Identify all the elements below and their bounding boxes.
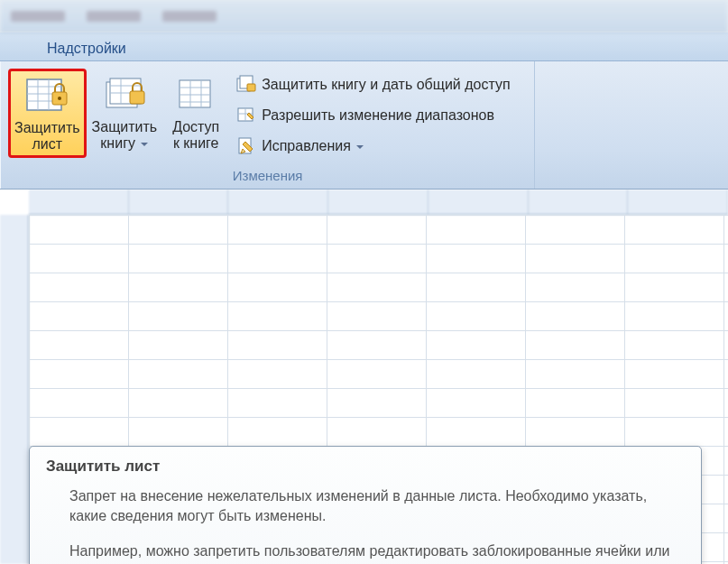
svg-rect-22: [247, 84, 255, 91]
edit-ranges-icon: [236, 106, 256, 125]
protect-workbook-button[interactable]: Защитить книгу: [87, 69, 163, 156]
protect-sheet-label-1: Защитить: [14, 120, 80, 135]
track-changes-icon: [236, 136, 256, 156]
svg-rect-14: [180, 80, 210, 107]
workbook-share-icon: [173, 72, 218, 117]
group-changes: Защитить лист: [0, 61, 535, 189]
protect-workbook-label-1: Защитить: [92, 119, 158, 134]
protect-and-share-button[interactable]: Защитить книгу и дать общий доступ: [233, 70, 523, 99]
tooltip-body: Запрет на внесение нежелательных изменен…: [30, 483, 701, 564]
protect-and-share-label: Защитить книгу и дать общий доступ: [262, 77, 510, 93]
share-workbook-button[interactable]: Доступ к книге: [162, 69, 229, 156]
column-headers: [29, 190, 728, 215]
protect-sheet-label-2: лист: [32, 136, 62, 152]
protect-sheet-button[interactable]: Защитить лист: [8, 69, 87, 158]
ribbon-tabs: Надстройки: [0, 32, 728, 61]
chevron-down-icon: [356, 145, 364, 149]
super-tooltip: Защитить лист Запрет на внесение нежелат…: [29, 446, 702, 564]
track-changes-label: Исправления: [262, 138, 351, 153]
share-workbook-label-2: к книге: [173, 135, 219, 151]
worksheet-grid[interactable]: Защитить лист Запрет на внесение нежелат…: [0, 190, 728, 564]
tooltip-title: Защитить лист: [30, 447, 701, 483]
allow-edit-ranges-button[interactable]: Разрешить изменение диапазонов: [233, 101, 523, 130]
share-workbook-label-1: Доступ: [172, 119, 219, 134]
title-bar: [0, 0, 728, 32]
protect-share-icon: [236, 75, 256, 95]
ribbon: Защитить лист: [0, 61, 728, 190]
workbook-lock-icon: [102, 72, 147, 117]
svg-point-7: [58, 97, 61, 100]
stacked-commands: Защитить книгу и дать общий доступ Разре…: [229, 69, 527, 162]
row-headers: [0, 215, 29, 564]
chevron-down-icon: [141, 143, 148, 146]
sheet-lock-icon: [24, 73, 69, 118]
svg-rect-13: [130, 91, 144, 104]
track-changes-button[interactable]: Исправления: [233, 132, 523, 161]
tab-addins[interactable]: Надстройки: [34, 36, 139, 60]
group-changes-label: Изменения: [8, 166, 527, 185]
tooltip-p2: Например, можно запретить пользователям …: [69, 541, 685, 564]
protect-workbook-label-2: книгу: [100, 135, 135, 151]
tooltip-p1: Запрет на внесение нежелательных изменен…: [69, 486, 685, 525]
allow-edit-ranges-label: Разрешить изменение диапазонов: [262, 107, 494, 124]
app-window: Надстройки: [0, 0, 728, 564]
